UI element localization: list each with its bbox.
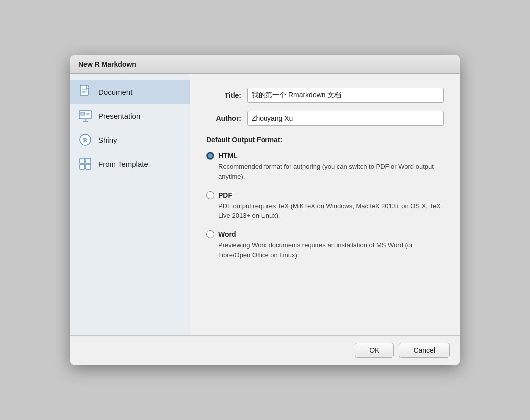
sidebar-item-shiny-label: Shiny bbox=[98, 136, 117, 144]
sidebar-item-shiny[interactable]: R Shiny bbox=[70, 128, 190, 152]
main-content: Title: Author: Default Output Format: HT… bbox=[190, 74, 460, 335]
from-template-icon bbox=[78, 157, 92, 171]
section-title: Default Output Format: bbox=[206, 136, 444, 144]
word-radio-row: Word bbox=[206, 230, 444, 238]
sidebar-item-from-template-label: From Template bbox=[98, 160, 148, 168]
svg-text:R: R bbox=[83, 136, 88, 144]
document-icon bbox=[78, 85, 92, 99]
ok-button[interactable]: OK bbox=[355, 343, 394, 358]
pdf-option: PDF PDF output requires TeX (MiKTeX on W… bbox=[206, 191, 444, 220]
dialog-title: New R Markdown bbox=[78, 60, 136, 68]
html-radio[interactable] bbox=[206, 152, 214, 160]
pdf-radio[interactable] bbox=[206, 191, 214, 199]
title-label: Title: bbox=[206, 91, 241, 99]
word-radio[interactable] bbox=[206, 230, 214, 238]
svg-rect-12 bbox=[80, 158, 85, 163]
presentation-icon bbox=[78, 109, 92, 123]
new-rmarkdown-dialog: New R Markdown Document bbox=[70, 55, 460, 365]
svg-rect-15 bbox=[86, 164, 91, 169]
title-input[interactable] bbox=[247, 88, 444, 103]
sidebar: Document Presentation bbox=[70, 74, 190, 335]
cancel-button[interactable]: Cancel bbox=[399, 343, 450, 358]
html-label[interactable]: HTML bbox=[218, 152, 238, 160]
format-radio-group: HTML Recommended format for authoring (y… bbox=[206, 152, 444, 270]
html-option: HTML Recommended format for authoring (y… bbox=[206, 152, 444, 181]
sidebar-item-from-template[interactable]: From Template bbox=[70, 152, 190, 176]
word-option: Word Previewing Word documents requires … bbox=[206, 230, 444, 260]
pdf-radio-row: PDF bbox=[206, 191, 444, 199]
shiny-icon: R bbox=[78, 133, 92, 147]
dialog-footer: OK Cancel bbox=[70, 335, 460, 365]
html-radio-row: HTML bbox=[206, 152, 444, 160]
title-field-row: Title: bbox=[206, 88, 444, 103]
svg-rect-13 bbox=[86, 158, 91, 163]
pdf-description: PDF output requires TeX (MiKTeX on Windo… bbox=[218, 201, 444, 220]
author-label: Author: bbox=[206, 114, 241, 122]
html-description: Recommended format for authoring (you ca… bbox=[218, 162, 444, 181]
dialog-titlebar: New R Markdown bbox=[70, 55, 460, 74]
author-input[interactable] bbox=[247, 111, 444, 126]
svg-rect-7 bbox=[81, 112, 85, 115]
svg-rect-14 bbox=[80, 164, 85, 169]
word-label[interactable]: Word bbox=[218, 230, 236, 238]
sidebar-item-document[interactable]: Document bbox=[70, 80, 190, 104]
word-description: Previewing Word documents requires an in… bbox=[218, 240, 444, 260]
sidebar-item-document-label: Document bbox=[98, 88, 132, 96]
sidebar-item-presentation[interactable]: Presentation bbox=[70, 104, 190, 128]
pdf-label[interactable]: PDF bbox=[218, 191, 232, 199]
sidebar-item-presentation-label: Presentation bbox=[98, 112, 140, 120]
dialog-body: Document Presentation bbox=[70, 74, 460, 335]
author-field-row: Author: bbox=[206, 111, 444, 126]
